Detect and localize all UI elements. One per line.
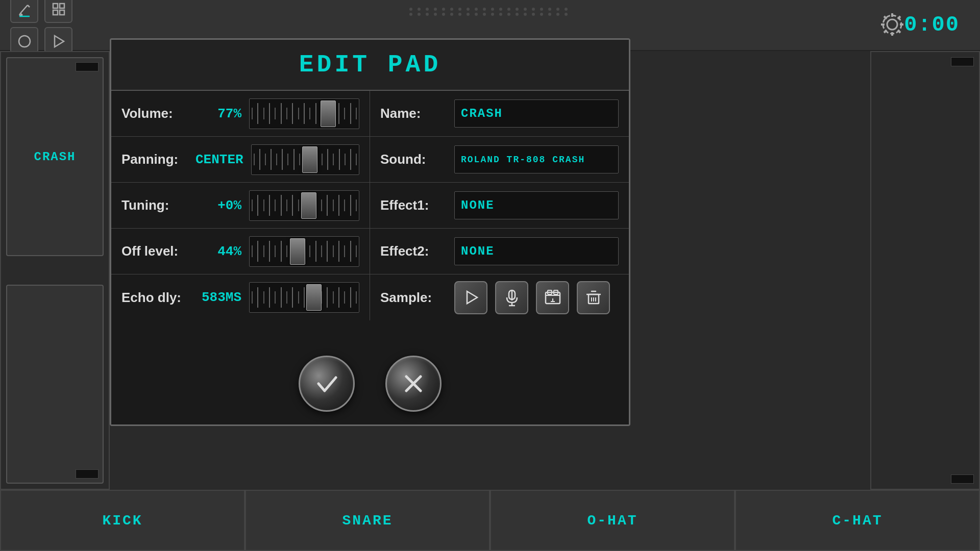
timer-display: 0:00	[904, 13, 960, 37]
snare-pad[interactable]: SNARE	[245, 490, 490, 551]
offlevel-value: 44%	[195, 244, 241, 259]
offlevel-slider[interactable]	[249, 236, 359, 267]
kick-pad[interactable]: KICK	[0, 490, 245, 551]
volume-value: 77%	[195, 106, 241, 121]
svg-rect-9	[60, 10, 64, 15]
panning-value: CENTER	[195, 152, 243, 167]
slider-ticks	[250, 99, 359, 129]
effect2-field[interactable]: NONE	[454, 237, 619, 265]
svg-line-0	[20, 5, 28, 13]
sound-value: ROLAND TR-808 CRASH	[461, 155, 585, 165]
effect1-value: NONE	[461, 198, 495, 212]
dots-decoration	[409, 8, 571, 16]
name-label: Name:	[380, 106, 447, 121]
tuning-label: Tuning:	[121, 197, 188, 213]
sample-label: Sample:	[380, 290, 447, 306]
sound-label: Sound:	[380, 152, 447, 167]
echodly-left: Echo dly: 583MS	[111, 274, 370, 320]
panning-handle[interactable]	[302, 146, 317, 173]
volume-label: Volume:	[121, 106, 188, 121]
tuning-handle[interactable]	[301, 192, 316, 219]
effect2-value: NONE	[461, 244, 495, 258]
panning-label: Panning:	[121, 152, 188, 167]
svg-rect-7	[60, 4, 64, 8]
confirm-button[interactable]	[299, 356, 355, 412]
sample-right: Sample:	[370, 274, 629, 320]
svg-point-10	[19, 36, 30, 47]
volume-handle[interactable]	[321, 101, 336, 127]
echodly-slider[interactable]	[249, 282, 359, 313]
grid-button[interactable]	[44, 0, 72, 23]
effect2-right: Effect2: NONE	[370, 229, 629, 274]
offlevel-label: Off level:	[121, 243, 188, 259]
edit-pad-dialog: EDIT PAD Volume: 77%	[110, 38, 630, 426]
dialog-title: EDIT PAD	[299, 51, 441, 79]
left-pad-area: CRASH	[0, 51, 110, 490]
effect2-label: Effect2:	[380, 243, 447, 259]
panning-left: Panning: CENTER	[111, 137, 370, 182]
right-indicator-top	[951, 57, 974, 66]
svg-rect-8	[53, 10, 58, 15]
tuning-value: +0%	[195, 198, 241, 213]
svg-point-12	[887, 19, 897, 30]
tuning-left: Tuning: +0%	[111, 183, 370, 228]
effect1-label: Effect1:	[380, 197, 447, 213]
ohat-label: O-HAT	[587, 513, 638, 529]
echodly-label: Echo dly:	[121, 290, 188, 306]
effect1-field[interactable]: NONE	[454, 191, 619, 219]
svg-marker-14	[467, 291, 477, 304]
panning-slider[interactable]	[251, 144, 359, 175]
tuning-row: Tuning: +0% Effect1: NONE	[111, 183, 629, 229]
offlevel-row: Off level: 44% Effect2: NONE	[111, 229, 629, 274]
name-right: Name: CRASH	[370, 91, 629, 136]
toolbar	[10, 0, 72, 55]
tuning-slider[interactable]	[249, 190, 359, 221]
sample-load-button[interactable]	[536, 281, 569, 314]
pad-indicator-bottom	[76, 469, 99, 479]
effect1-right: Effect1: NONE	[370, 183, 629, 228]
sound-field[interactable]: ROLAND TR-808 CRASH	[454, 145, 619, 173]
offlevel-handle[interactable]	[290, 238, 305, 265]
chat-label: C-HAT	[832, 513, 883, 529]
right-indicator-bottom	[951, 474, 974, 484]
dialog-header: EDIT PAD	[111, 40, 629, 91]
svg-marker-11	[55, 36, 64, 47]
sample-record-button[interactable]	[495, 281, 528, 314]
volume-left: Volume: 77%	[111, 91, 370, 136]
crash-pad-label: CRASH	[34, 150, 76, 164]
name-field[interactable]: CRASH	[454, 99, 619, 128]
echodly-value: 583MS	[195, 290, 241, 305]
offlevel-left: Off level: 44%	[111, 229, 370, 274]
sample-play-button[interactable]	[454, 281, 487, 314]
slider-ticks-5	[250, 283, 359, 312]
kick-label: KICK	[102, 513, 142, 529]
panning-row: Panning: CENTER Sound: ROLAND TR-80	[111, 137, 629, 183]
crash-pad[interactable]: CRASH	[6, 57, 104, 256]
sample-delete-button[interactable]	[577, 281, 610, 314]
cancel-button[interactable]	[385, 356, 442, 412]
echodly-row: Echo dly: 583MS Sample:	[111, 274, 629, 320]
volume-row: Volume: 77% Name: CRASH	[111, 91, 629, 137]
echodly-handle[interactable]	[306, 284, 322, 311]
ohat-pad[interactable]: O-HAT	[490, 490, 735, 551]
right-pad-area	[870, 51, 980, 490]
svg-rect-6	[53, 4, 58, 8]
empty-pad	[6, 285, 104, 484]
svg-line-1	[28, 5, 30, 7]
volume-slider[interactable]	[249, 98, 359, 129]
dialog-body: Volume: 77% Name: CRASH	[111, 91, 629, 343]
dialog-footer	[111, 343, 629, 424]
name-value: CRASH	[461, 107, 503, 120]
bottom-pads: KICK SNARE O-HAT C-HAT	[0, 490, 980, 551]
pencil-button[interactable]	[10, 0, 38, 23]
snare-label: SNARE	[342, 513, 393, 529]
sound-right: Sound: ROLAND TR-808 CRASH	[370, 137, 629, 182]
chat-pad[interactable]: C-HAT	[735, 490, 980, 551]
pad-indicator-top	[76, 62, 99, 71]
